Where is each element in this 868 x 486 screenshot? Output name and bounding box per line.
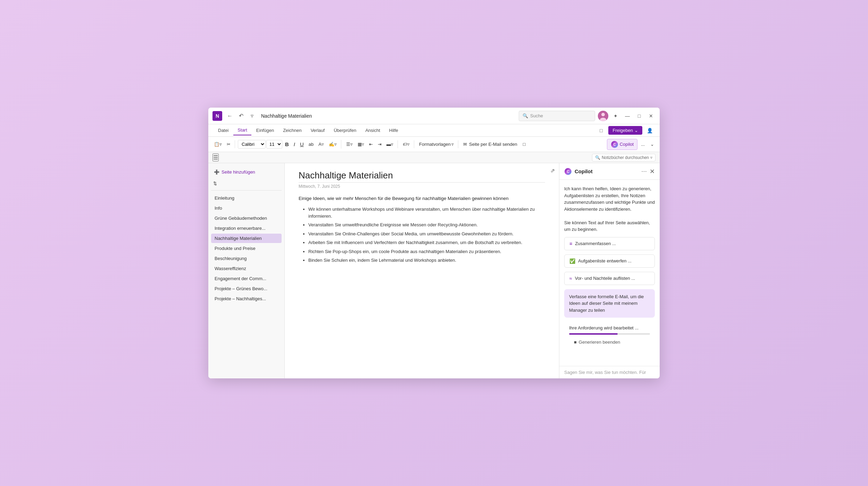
italic-button[interactable]: I: [292, 140, 297, 149]
copilot-processing: Ihre Anforderung wird bearbeitet ... ■ G…: [564, 322, 655, 350]
outdent-button[interactable]: ⇤: [367, 140, 375, 148]
page-intro: Einige Ideen, wie wir mehr Menschen für …: [299, 196, 545, 201]
back-button[interactable]: ←: [225, 111, 235, 121]
person-icon-button[interactable]: 👤: [645, 126, 654, 135]
layout-button[interactable]: □: [521, 140, 528, 148]
close-button[interactable]: ✕: [646, 111, 656, 120]
bullet-list: Wir können unterhaltsame Workshops und W…: [299, 206, 545, 264]
font-group: Calibri 11 B I U ab A▿ ✍▿: [238, 140, 341, 149]
copilot-user-message-text: Verfasse eine formelle E-Mail, um die Id…: [569, 294, 644, 313]
collapse-toolbar-button[interactable]: ⌄: [648, 140, 656, 148]
copilot-menu-button[interactable]: ⋯: [641, 168, 647, 175]
sidebar-item-beschleunigung[interactable]: Beschleunigung: [211, 254, 282, 263]
copilot-pros-cons-button[interactable]: ≈ Vor- und Nachteile auflisten ...: [564, 272, 655, 285]
tag-button[interactable]: 🏷▿: [401, 140, 412, 148]
format-styles-label: Formatvorlagen: [419, 142, 451, 147]
copilot-input-text: Sagen Sie mir, was Sie tun möchten. Für: [564, 370, 646, 375]
sidebar-item-wasser[interactable]: Wassereffizienz: [211, 264, 282, 273]
sidebar-item-engagement[interactable]: Engagement der Comm...: [211, 274, 282, 283]
processing-bar-bg: [569, 333, 650, 335]
tab-datei[interactable]: Datei: [214, 126, 233, 135]
onenote-logo: N: [212, 111, 222, 121]
sidebar-item-nachhaltige[interactable]: Nachhaltige Materialien: [211, 234, 282, 243]
sort-pages-button[interactable]: ⇅: [211, 179, 219, 187]
expand-button[interactable]: ⇗: [550, 167, 555, 174]
add-page-label: Seite hinzufügen: [222, 169, 255, 175]
diamond-icon-button[interactable]: ✦: [611, 111, 620, 120]
sub-toolbar: ☰ 🔍 Notizbücher durchsuchen ▿: [208, 152, 660, 163]
sidebar-item-integration[interactable]: Integration erneuerbare...: [211, 224, 282, 233]
underline-button[interactable]: U: [298, 140, 306, 149]
ribbon: Datei Start Einfügen Zeichnen Verlauf Üb…: [208, 124, 660, 137]
tab-hilfe[interactable]: Hilfe: [385, 126, 402, 135]
format-painter-button[interactable]: ✂: [225, 140, 233, 148]
undo-button[interactable]: ↶: [236, 111, 246, 121]
copilot-panel-icon: C: [564, 168, 572, 175]
hamburger-menu-button[interactable]: ☰: [212, 153, 219, 161]
more-toolbar-button[interactable]: ...: [639, 140, 647, 148]
summarize-icon: ≡: [569, 241, 572, 246]
redo-button[interactable]: ▿: [247, 111, 257, 121]
tab-zeichnen[interactable]: Zeichnen: [279, 126, 306, 135]
sidebar-item-produkte[interactable]: Produkte und Preise: [211, 244, 282, 253]
copilot-header: C Copilot ⋯ ✕: [559, 163, 660, 180]
stop-generate-button[interactable]: ■ Generieren beenden: [569, 337, 625, 347]
search-bar[interactable]: 🔍 Suche: [519, 111, 595, 121]
tab-ueberpruefen[interactable]: Überprüfen: [329, 126, 360, 135]
share-button[interactable]: Freigeben ⌄: [608, 126, 642, 135]
sidebar-item-info[interactable]: Info: [211, 203, 282, 213]
minimize-button[interactable]: —: [623, 111, 632, 120]
page-date: Mittwoch, 7. Juni 2025: [299, 184, 545, 189]
ordered-list-button[interactable]: ▦▿: [356, 140, 366, 148]
bold-button[interactable]: B: [283, 140, 291, 149]
share-chevron-icon: ⌄: [634, 128, 638, 133]
notebook-search[interactable]: 🔍 Notizbücher durchsuchen ▿: [592, 154, 656, 161]
bullet-item-2: Veranstalten Sie Online-Challenges über …: [308, 231, 545, 237]
indent-button[interactable]: ⇥: [376, 140, 384, 148]
strikethrough-button[interactable]: ab: [307, 140, 316, 148]
tab-start[interactable]: Start: [233, 125, 251, 135]
main-area: ➕ Seite hinzufügen ⇅ Einleitung Info Grü…: [208, 163, 660, 378]
align-button[interactable]: ▬▿: [384, 140, 395, 148]
title-bar-right: ✦ — □ ✕: [598, 111, 656, 121]
tag-group: 🏷▿: [401, 140, 414, 148]
ribbon-right: □ Freigeben ⌄ 👤: [596, 126, 654, 135]
clipboard-button[interactable]: 📋▿: [212, 140, 224, 148]
copilot-user-message: Verfasse eine formelle E-Mail, um die Id…: [564, 289, 655, 318]
maximize-button[interactable]: □: [635, 111, 644, 120]
tab-verlauf[interactable]: Verlauf: [307, 126, 329, 135]
email-page-button[interactable]: ✉ Seite per E-Mail senden: [461, 140, 519, 148]
title-bar-left: N ← ↶ ▿ Nachhaltige Materialien: [212, 111, 516, 121]
svg-point-1: [601, 113, 605, 116]
copilot-input[interactable]: Sagen Sie mir, was Sie tun möchten. Für: [564, 370, 655, 375]
tab-einfuegen[interactable]: Einfügen: [252, 126, 278, 135]
format-styles-button[interactable]: Formatvorlagen▿: [417, 140, 456, 148]
add-page-button[interactable]: ➕ Seite hinzufügen: [211, 167, 282, 177]
share-label: Freigeben: [612, 128, 633, 133]
sidebar-item-gruene-gebaeude[interactable]: Grüne Gebäudemethoden: [211, 213, 282, 223]
font-selector[interactable]: Calibri: [238, 140, 266, 149]
page-title: Nachhaltige Materialien: [299, 170, 545, 183]
title-bar-nav: ← ↶ ▿: [225, 111, 257, 121]
notebook-search-chevron: ▿: [650, 155, 652, 160]
sidebar-item-projekte-gruenes[interactable]: Projekte – Grünes Bewo...: [211, 284, 282, 293]
expand-ribbon-icon[interactable]: □: [596, 126, 606, 135]
highlight-button[interactable]: ✍▿: [327, 140, 339, 148]
processing-text: Ihre Anforderung wird bearbeitet ...: [569, 325, 650, 330]
sidebar: ➕ Seite hinzufügen ⇅ Einleitung Info Grü…: [208, 163, 285, 378]
copilot-toolbar-button[interactable]: C Copilot: [607, 139, 637, 150]
sidebar-item-projekte-nachhaltiges[interactable]: Projekte – Nachhaltiges...: [211, 294, 282, 303]
font-size-selector[interactable]: 11: [266, 140, 282, 149]
clipboard-group: 📋▿ ✂: [212, 140, 235, 148]
sidebar-item-einleitung[interactable]: Einleitung: [211, 193, 282, 203]
toolbar: 📋▿ ✂ Calibri 11 B I U ab A▿ ✍▿ ☰▿ ▦▿ ⇤ ⇥…: [208, 137, 660, 152]
copilot-close-button[interactable]: ✕: [650, 168, 655, 175]
copilot-tasklist-button[interactable]: ✅ Aufgabenliste entwerfen ...: [564, 254, 655, 268]
search-icon: 🔍: [523, 113, 528, 118]
copilot-summarize-button[interactable]: ≡ Zusammenfassen ...: [564, 237, 655, 250]
unordered-list-button[interactable]: ☰▿: [344, 140, 355, 148]
copilot-tasklist-label: Aufgabenliste entwerfen ...: [578, 258, 632, 263]
font-color-button[interactable]: A▿: [316, 140, 326, 148]
window-title: Nachhaltige Materialien: [261, 113, 312, 119]
tab-ansicht[interactable]: Ansicht: [361, 126, 384, 135]
